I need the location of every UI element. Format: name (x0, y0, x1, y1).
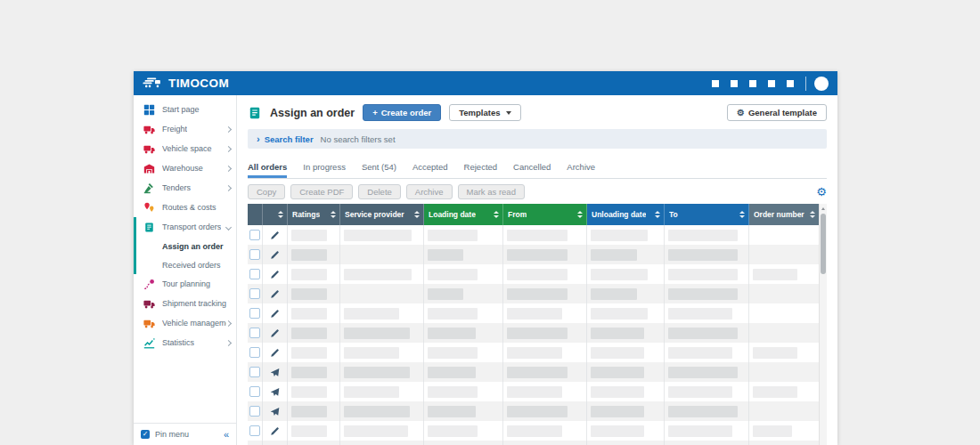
table-row[interactable] (248, 225, 820, 245)
row-checkbox[interactable] (249, 367, 260, 377)
table-row[interactable] (248, 303, 820, 323)
tab-in-progress[interactable]: In progress (303, 162, 346, 178)
tab-sent-54[interactable]: Sent (54) (362, 162, 396, 178)
row-checkbox[interactable] (249, 308, 260, 319)
pin-menu[interactable]: ✓ Pin menu « (134, 423, 236, 445)
pencil-icon[interactable] (270, 231, 280, 240)
search-filter-bar[interactable]: › Search filter No search filters set (248, 129, 827, 149)
column-header-service-provider[interactable]: Service provider (340, 204, 424, 225)
sort-icon[interactable] (739, 211, 745, 218)
sidebar-item-vehicle-space[interactable]: Vehicle space (134, 139, 236, 158)
cell-unloading-date (587, 284, 665, 303)
tab-cancelled[interactable]: Cancelled (513, 162, 551, 178)
table-row[interactable] (248, 441, 820, 445)
pin-menu-checkbox[interactable]: ✓ (141, 430, 150, 439)
row-checkbox[interactable] (249, 328, 260, 338)
templates-button[interactable]: Templates (449, 104, 520, 121)
sidebar-item-assign-an-order[interactable]: Assign an order (136, 237, 236, 255)
column-header-from[interactable]: From (503, 204, 587, 225)
tab-all-orders[interactable]: All orders (248, 162, 287, 178)
pencil-icon[interactable] (270, 289, 280, 299)
pencil-icon[interactable] (270, 309, 280, 319)
header-menu-square-icon[interactable] (731, 80, 738, 87)
sort-icon[interactable] (810, 211, 815, 218)
send-icon[interactable] (270, 387, 280, 397)
toolbar-button-create-pdf[interactable]: Create PDF (290, 184, 353, 199)
tab-rejected[interactable]: Rejected (464, 162, 498, 178)
row-checkbox[interactable] (249, 269, 260, 279)
column-header-action[interactable] (263, 204, 288, 225)
row-checkbox[interactable] (249, 386, 260, 397)
sort-icon[interactable] (331, 211, 336, 218)
column-header-ratings[interactable]: Ratings (288, 204, 340, 225)
column-header-order-number[interactable]: Order number (749, 204, 820, 225)
send-icon[interactable] (270, 368, 280, 377)
tab-accepted[interactable]: Accepted (412, 162, 448, 178)
table-row[interactable] (248, 362, 820, 382)
toolbar-button-archive[interactable]: Archive (406, 184, 453, 199)
search-filter-status: No search filters set (321, 134, 396, 144)
row-checkbox[interactable] (249, 230, 260, 240)
table-row[interactable] (248, 343, 820, 362)
pencil-icon[interactable] (270, 328, 280, 338)
table-row[interactable] (248, 323, 820, 343)
table-settings-gear-icon[interactable]: ⚙ (816, 186, 827, 198)
table-row[interactable] (248, 401, 820, 421)
user-avatar[interactable] (814, 77, 829, 91)
toolbar-button-mark-as-read[interactable]: Mark as read (458, 184, 525, 199)
timocom-truck-logo-icon (143, 76, 162, 92)
sidebar-item-warehouse[interactable]: Warehouse (134, 158, 236, 178)
cell-to (665, 303, 749, 323)
sort-icon[interactable] (577, 211, 583, 218)
sidebar-item-start-page[interactable]: Start page (134, 100, 236, 119)
sidebar-item-tour-planning[interactable]: Tour planning (134, 274, 236, 294)
table-row[interactable] (248, 421, 820, 441)
sort-icon[interactable] (655, 211, 660, 218)
sidebar-item-routes-costs[interactable]: Routes & costs (134, 198, 236, 217)
header-menu-square-icon[interactable] (712, 80, 719, 87)
header-menu-square-icon[interactable] (768, 80, 775, 87)
cell-loading-date (424, 264, 503, 284)
pencil-icon[interactable] (270, 348, 280, 358)
row-checkbox[interactable] (249, 347, 260, 358)
column-header-unloading-date[interactable]: Unloading date (587, 204, 665, 225)
sort-icon[interactable] (414, 211, 420, 218)
table-scrollbar[interactable] (819, 204, 827, 445)
header-menu-square-icon[interactable] (787, 80, 794, 87)
toolbar-button-delete[interactable]: Delete (358, 184, 400, 199)
sidebar-item-transport-orders[interactable]: Transport orders (136, 217, 236, 237)
table-row[interactable] (248, 284, 820, 303)
table-row[interactable] (248, 382, 820, 401)
create-order-button[interactable]: + Create order (363, 104, 441, 121)
sidebar-item-shipment-tracking[interactable]: Shipment tracking (134, 294, 236, 313)
table-row[interactable] (248, 245, 820, 264)
pencil-icon[interactable] (270, 270, 280, 279)
cell-from (503, 303, 587, 323)
row-checkbox[interactable] (249, 288, 260, 299)
send-icon[interactable] (270, 407, 280, 417)
table-row[interactable] (248, 264, 820, 284)
row-checkbox[interactable] (249, 249, 260, 260)
cell-order-number (749, 343, 820, 362)
collapse-sidebar-icon[interactable]: « (224, 430, 229, 440)
scrollbar-thumb[interactable] (821, 214, 826, 274)
brand-logo[interactable]: TIMOCOM (143, 76, 229, 92)
sidebar-item-received-orders[interactable]: Received orders (136, 255, 236, 274)
column-header-to[interactable]: To (665, 204, 749, 225)
tab-archive[interactable]: Archive (567, 162, 595, 178)
general-template-button[interactable]: ⚙ General template (727, 104, 827, 121)
row-checkbox[interactable] (249, 406, 260, 417)
sidebar-item-freight[interactable]: Freight (134, 119, 236, 139)
row-checkbox[interactable] (249, 425, 260, 436)
sort-icon[interactable] (278, 211, 283, 218)
sidebar-item-vehicle-management[interactable]: Vehicle management (134, 313, 236, 333)
column-header-loading-date[interactable]: Loading date (424, 204, 503, 225)
scrollbar-up-button[interactable] (820, 204, 827, 213)
sidebar-item-statistics[interactable]: Statistics (134, 333, 236, 352)
sort-icon[interactable] (494, 211, 499, 218)
pencil-icon[interactable] (270, 426, 280, 436)
toolbar-button-copy[interactable]: Copy (248, 184, 285, 199)
header-menu-square-icon[interactable] (749, 80, 756, 87)
sidebar-item-tenders[interactable]: Tenders (134, 178, 236, 198)
pencil-icon[interactable] (270, 250, 280, 260)
